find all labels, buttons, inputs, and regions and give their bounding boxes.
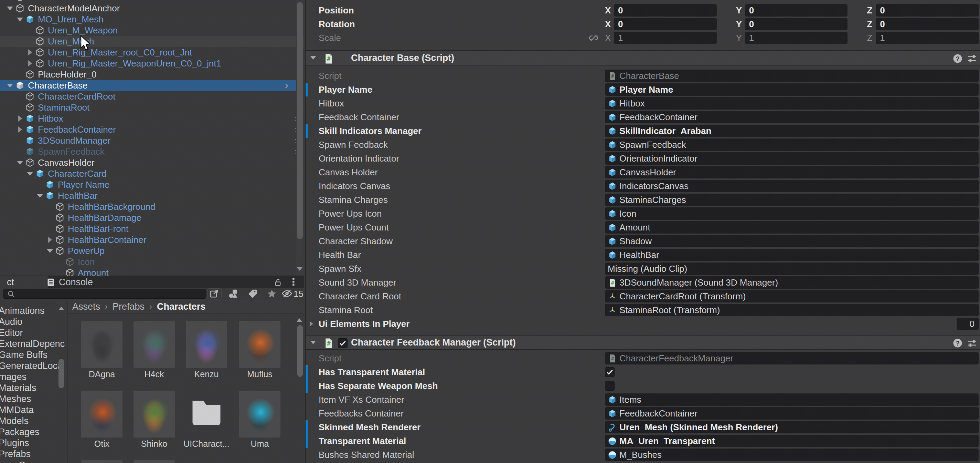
folder-item-editor[interactable]: Editor — [0, 327, 67, 338]
object-field[interactable]: HealthBar — [605, 249, 978, 261]
field-checkbox[interactable] — [605, 367, 614, 377]
object-field[interactable]: FeedbackContainer — [605, 111, 978, 123]
help-icon[interactable]: ? — [953, 53, 963, 64]
foldout-open-icon[interactable] — [5, 6, 15, 10]
folder-item-audio[interactable]: Audio — [0, 316, 67, 327]
folder-item-meshes[interactable]: Meshes — [0, 393, 67, 404]
object-field[interactable]: M_Bushes — [605, 449, 978, 461]
field-foldout-icon[interactable] — [310, 321, 313, 327]
hierarchy-row-icon[interactable]: Icon — [0, 256, 304, 267]
asset-thumbnail-shinko[interactable] — [134, 391, 175, 437]
hierarchy-row-spawnfeedback[interactable]: SpawnFeedback› — [0, 146, 304, 157]
transform-scale-z-input[interactable]: 1 — [876, 32, 978, 44]
object-field[interactable]: Shadow — [605, 235, 978, 247]
object-field[interactable]: Player Name — [605, 83, 978, 96]
tab-console[interactable]: Console — [40, 276, 99, 288]
hierarchy-row-mo-uren-mesh[interactable]: MO_Uren_Mesh — [0, 14, 304, 25]
transform-rotation-y-input[interactable]: 0 — [745, 18, 848, 30]
hierarchy-row-healthbardamage[interactable]: HealthBarDamage — [0, 212, 304, 223]
asset-thumbnail-h4ck[interactable] — [134, 321, 175, 368]
object-field[interactable]: Items — [605, 393, 978, 406]
object-field[interactable]: CharacterCardRoot (Transform) — [605, 290, 978, 302]
asset-label-dagna[interactable]: DAgna — [78, 369, 126, 379]
object-field[interactable]: StaminaRoot (Transform) — [605, 304, 978, 316]
folder-item-mages[interactable]: mages — [0, 371, 67, 382]
foldout-closed-icon[interactable] — [15, 115, 25, 121]
object-field[interactable]: Missing (Audio Clip) — [605, 262, 978, 275]
folder-scroll-up-icon[interactable] — [59, 307, 64, 310]
object-field[interactable]: Uren_Mesh (Skinned Mesh Renderer) — [605, 421, 978, 433]
search-input[interactable] — [3, 289, 207, 299]
hierarchy-row-charactercardroot[interactable]: CharacterCardRoot — [0, 91, 304, 102]
foldout-open-icon[interactable] — [15, 161, 25, 164]
object-field[interactable]: Hitbox — [605, 97, 978, 110]
favorites-button[interactable] — [263, 288, 281, 299]
asset-label-h4ck[interactable]: H4ck — [130, 369, 178, 379]
hierarchy-row-player-name[interactable]: Player Name› — [0, 179, 304, 190]
object-field[interactable]: CanvasHolder — [605, 166, 978, 179]
presets-icon[interactable] — [967, 53, 977, 64]
hierarchy-row-hitbox[interactable]: Hitbox› — [0, 113, 304, 124]
hidden-count-toggle[interactable]: 15 — [282, 288, 304, 299]
hierarchy-row-healthbarcontainer[interactable]: HealthBarContainer — [0, 234, 304, 245]
hierarchy-row-placeholder-0[interactable]: PlaceHolder_0 — [0, 69, 304, 80]
transform-position-x-input[interactable]: 0 — [614, 4, 717, 16]
presets-icon[interactable] — [967, 338, 977, 348]
object-field[interactable]: StaminaCharges — [605, 193, 978, 206]
object-field[interactable]: FeedbackContainer — [605, 407, 978, 420]
hierarchy-row-healthbar[interactable]: HealthBar› — [0, 190, 304, 201]
transform-position-y-input[interactable]: 0 — [745, 4, 848, 16]
foldout-open-icon[interactable] — [35, 194, 45, 198]
foldout-open-icon[interactable] — [5, 84, 15, 88]
hierarchy-row-3dsoundmanager[interactable]: 3DSoundManager› — [0, 135, 304, 146]
breadcrumb-segment-prefabs[interactable]: Prefabs — [113, 302, 145, 312]
grid-scroll-up-icon[interactable] — [297, 318, 302, 322]
asset-label-uma[interactable]: Uma — [236, 439, 284, 449]
folder-item-game-buffs[interactable]: Game Buffs — [0, 349, 67, 360]
hierarchy-row-uren-mesh[interactable]: Uren_Mesh — [0, 36, 304, 47]
object-field[interactable]: OrientationIndicator — [605, 152, 978, 164]
asset-thumbnail-uma[interactable] — [239, 391, 280, 437]
folder-item-materials[interactable]: Materials — [0, 382, 67, 393]
asset-thumbnail-muflus[interactable] — [239, 321, 280, 368]
hierarchy-row-healthbarbackground[interactable]: HealthBarBackground — [0, 201, 304, 212]
component-foldout-icon[interactable] — [310, 56, 316, 60]
hierarchy-row-powerup[interactable]: PowerUp — [0, 245, 304, 256]
hierarchy-row-feedbackcontainer[interactable]: FeedbackContainer› — [0, 124, 304, 135]
object-field[interactable]: #3DSoundManager (Sound 3D Manager) — [605, 276, 978, 289]
component-header-character-feedback-manager[interactable]: #Character Feedback Manager (Script)? — [305, 335, 980, 350]
hierarchy-row-characterbase[interactable]: CharacterBase› — [0, 80, 298, 91]
transform-scale-y-input[interactable]: 1 — [745, 32, 848, 44]
asset-thumbnail-otix[interactable] — [81, 391, 123, 437]
foldout-closed-icon[interactable] — [45, 237, 55, 243]
hierarchy-scroll-down-icon[interactable] — [297, 267, 302, 271]
transform-rotation-z-input[interactable]: 0 — [876, 18, 978, 30]
number-field[interactable]: 0 — [956, 318, 978, 330]
foldout-open-icon[interactable] — [25, 172, 35, 176]
kebab-menu-icon[interactable]: ⋮ — [288, 276, 299, 287]
transform-rotation-x-input[interactable]: 0 — [614, 18, 717, 30]
asset-label-otix[interactable]: Otix — [78, 439, 126, 449]
hierarchy-scrollbar-thumb[interactable] — [297, 2, 303, 239]
folder-item-animations[interactable]: Animations — [0, 305, 67, 316]
hierarchy-row-charactermodelanchor[interactable]: CharacterModelAnchor — [0, 3, 298, 14]
folder-scrollbar-thumb[interactable] — [59, 359, 64, 388]
folder-item-packages[interactable]: Packages — [0, 426, 67, 437]
folder-item-plugins[interactable]: Plugins — [0, 437, 67, 449]
hierarchy-row-canvasholder[interactable]: CanvasHolder — [0, 157, 304, 168]
foldout-closed-icon[interactable] — [25, 49, 35, 56]
object-field[interactable]: SpawnFeedback — [605, 139, 978, 151]
foldout-closed-icon[interactable] — [25, 60, 35, 67]
object-field[interactable]: MA_Uren_Transparent — [605, 435, 978, 447]
folder-item-generatedloca[interactable]: GeneratedLoca — [0, 360, 67, 371]
hierarchy-row-uren-m-weapon[interactable]: Uren_M_Weapon — [0, 25, 304, 36]
object-field[interactable]: Amount — [605, 221, 978, 233]
hierarchy-row-uren-rig-master-root-c0-root-jnt[interactable]: Uren_Rig_Master_root_C0_root_Jnt — [0, 47, 304, 58]
folder-item-camera[interactable]: Camera — [0, 460, 67, 463]
asset-thumbnail-kenzu[interactable] — [186, 321, 227, 368]
object-field[interactable]: #CharacterBase — [605, 70, 978, 82]
asset-label-shinko[interactable]: Shinko — [130, 439, 178, 449]
folder-item-prefabs[interactable]: Prefabs — [0, 449, 67, 460]
object-field[interactable]: IndicatorsCanvas — [605, 180, 978, 192]
asset-thumbnail-uicharact-[interactable] — [186, 391, 227, 437]
